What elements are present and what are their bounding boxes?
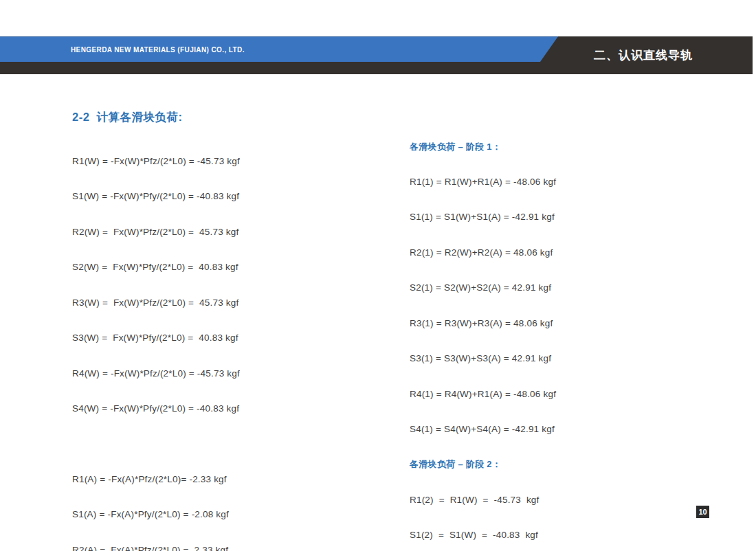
formula-line: R1(1) = R1(W)+R1(A) = -48.06 kgf <box>410 175 558 189</box>
formula-line: S1(2) = S1(W) = -40.83 kgf <box>410 528 558 542</box>
formula-line: R2(W) = Fx(W)*Pfz/(2*L0) = 45.73 kgf <box>72 225 240 239</box>
page-title: 2-2 计算各滑块负荷: <box>72 110 183 125</box>
formula-line: R1(2) = R1(W) = -45.73 kgf <box>410 493 558 507</box>
formula-line: S3(W) = Fx(W)*Pfy/(2*L0) = 40.83 kgf <box>72 330 240 345</box>
section-title: 二、认识直线导轨 <box>594 36 693 74</box>
stage-2-heading: 各滑块负荷 – 阶段 2： <box>410 457 558 471</box>
header-band: HENGERDA NEW MATERIALS (FUJIAN) CO., LTD… <box>0 36 753 74</box>
formula-line: R2(1) = R2(W)+R2(A) = 48.06 kgf <box>410 245 558 260</box>
page-number-badge: 10 <box>696 506 709 518</box>
formula-line: S2(W) = Fx(W)*Pfy/(2*L0) = 40.83 kgf <box>72 260 240 274</box>
formula-line: R3(1) = R3(W)+R3(A) = 48.06 kgf <box>410 316 558 330</box>
right-formula-column: 各滑块负荷 – 阶段 1： R1(1) = R1(W)+R1(A) = -48.… <box>410 119 558 551</box>
formula-line: R1(W) = -Fx(W)*Pfz/(2*L0) = -45.73 kgf <box>72 154 240 168</box>
formula-line: S4(1) = S4(W)+S4(A) = -42.91 kgf <box>410 422 558 436</box>
formula-line: R2(A) = Fx(A)*Pfz/(2*L0) = 2.33 kgf <box>72 543 240 551</box>
left-formula-column: R1(W) = -Fx(W)*Pfz/(2*L0) = -45.73 kgf S… <box>72 133 240 551</box>
spacer-row <box>72 437 240 451</box>
formula-line: S1(A) = -Fx(A)*Pfy/(2*L0) = -2.08 kgf <box>72 507 240 521</box>
stage-1-heading: 各滑块负荷 – 阶段 1： <box>410 139 558 154</box>
formula-line: S3(1) = S3(W)+S3(A) = 42.91 kgf <box>410 351 558 366</box>
formula-line: S1(1) = S1(W)+S1(A) = -42.91 kgf <box>410 210 558 224</box>
company-name: HENGERDA NEW MATERIALS (FUJIAN) CO., LTD… <box>71 46 245 54</box>
formula-line: R1(A) = -Fx(A)*Pfz/(2*L0)= -2.33 kgf <box>72 472 240 486</box>
header-blue-ribbon: HENGERDA NEW MATERIALS (FUJIAN) CO., LTD… <box>0 36 558 62</box>
formula-line: S4(W) = -Fx(W)*Pfy/(2*L0) = -40.83 kgf <box>72 401 240 416</box>
formula-line: R4(W) = -Fx(W)*Pfz/(2*L0) = -45.73 kgf <box>72 366 240 381</box>
formula-line: S1(W) = -Fx(W)*Pfy/(2*L0) = -40.83 kgf <box>72 189 240 203</box>
slide: HENGERDA NEW MATERIALS (FUJIAN) CO., LTD… <box>0 0 756 551</box>
formula-line: R4(1) = R4(W)+R1(A) = -48.06 kgf <box>410 387 558 401</box>
formula-line: R3(W) = Fx(W)*Pfz/(2*L0) = 45.73 kgf <box>72 295 240 310</box>
formula-line: S2(1) = S2(W)+S2(A) = 42.91 kgf <box>410 280 558 295</box>
